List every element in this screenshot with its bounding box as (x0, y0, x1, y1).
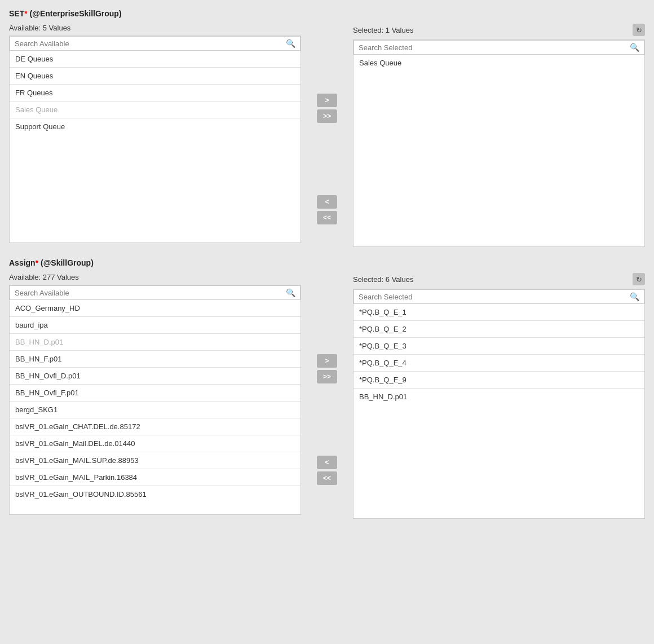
section1-back-button[interactable]: < (317, 195, 337, 209)
list-item[interactable]: *PQ.B_Q_E_9 (353, 372, 644, 389)
list-item[interactable]: BB_HN_Ovfl_D.p01 (10, 368, 301, 385)
section2-title: Assign* (@SkillGroup) (9, 258, 645, 267)
list-item[interactable]: FR Queues (10, 85, 301, 102)
section2-available-panel: 🔍 ACO_Germany_HDbaurd_ipaBB_HN_D.p01BB_H… (9, 285, 301, 515)
section1-selected-header: Selected: 1 Values ↻ (353, 24, 645, 36)
section2-back-button[interactable]: < (317, 456, 337, 469)
section2-forward-all-button[interactable]: >> (317, 370, 337, 383)
section1-param: (@EnterpriseSkillGroup) (30, 9, 122, 18)
section1-title: SET* (@EnterpriseSkillGroup) (9, 9, 645, 18)
section2-search-available-box[interactable]: 🔍 (10, 285, 301, 300)
section1-search-selected-icon: 🔍 (630, 43, 639, 52)
section1-transfer-buttons: > >> < << (310, 24, 344, 247)
section1-available-header: Available: 5 Values (9, 24, 301, 32)
section1-selected-wrapper: Selected: 1 Values ↻ 🔍 Sales Queue (353, 24, 645, 247)
section2-search-selected-icon: 🔍 (630, 292, 639, 301)
section2-row: Available: 277 Values 🔍 ACO_Germany_HDba… (9, 273, 645, 519)
list-item[interactable]: bslVR_01.eGain_CHAT.DEL.de.85172 (10, 418, 301, 435)
list-item[interactable]: BB_HN_D.p01 (353, 389, 644, 405)
list-item[interactable]: bergd_SKG1 (10, 402, 301, 418)
section1-available-list: DE QueuesEN QueuesFR QueuesSales QueueSu… (10, 51, 301, 242)
section2-search-selected-input[interactable] (359, 293, 630, 301)
section1-search-available-icon: 🔍 (286, 39, 295, 48)
section1-forward-all-button[interactable]: >> (317, 109, 337, 123)
section2-available-header: Available: 277 Values (9, 273, 301, 281)
section2-selected-panel: 🔍 *PQ.B_Q_E_1*PQ.B_Q_E_2*PQ.B_Q_E_3*PQ.B… (353, 289, 645, 519)
list-item[interactable]: bslVR_01.eGain_MAIL.SUP.de.88953 (10, 452, 301, 469)
list-item[interactable]: *PQ.B_Q_E_4 (353, 355, 644, 372)
list-item[interactable]: *PQ.B_Q_E_3 (353, 338, 644, 355)
list-item[interactable]: Sales Queue (353, 55, 644, 71)
section2-search-available-input[interactable] (15, 289, 286, 297)
section2-available-wrapper: Available: 277 Values 🔍 ACO_Germany_HDba… (9, 273, 301, 519)
list-item[interactable]: DE Queues (10, 51, 301, 68)
section2-title-text: Assign (9, 258, 36, 267)
list-item[interactable]: BB_HN_Ovfl_F.p01 (10, 385, 301, 402)
section2-search-selected-box[interactable]: 🔍 (353, 289, 644, 304)
section1-required: * (24, 9, 27, 18)
section2-search-available-icon: 🔍 (286, 288, 295, 297)
section2-transfer-buttons: > >> < << (310, 273, 344, 519)
section1-available-wrapper: Available: 5 Values 🔍 DE QueuesEN Queues… (9, 24, 301, 247)
list-item[interactable]: BB_HN_D.p01 (10, 334, 301, 351)
list-item[interactable]: bslVR_01.eGain_OUTBOUND.ID.85561 (10, 486, 301, 502)
section1-search-selected-input[interactable] (359, 43, 630, 52)
list-item[interactable]: bslVR_01.eGain_Mail.DEL.de.01440 (10, 435, 301, 452)
list-item[interactable]: ACO_Germany_HD (10, 300, 301, 317)
section1: SET* (@EnterpriseSkillGroup) Available: … (9, 9, 645, 247)
list-item[interactable]: baurd_ipa (10, 317, 301, 334)
section2-refresh-icon[interactable]: ↻ (633, 273, 645, 285)
section2-forward-button[interactable]: > (317, 354, 337, 368)
section1-selected-panel: 🔍 Sales Queue (353, 39, 645, 247)
list-item[interactable]: *PQ.B_Q_E_2 (353, 321, 644, 338)
list-item[interactable]: Sales Queue (10, 102, 301, 118)
section1-title-text: SET (9, 9, 24, 18)
section2-available-label: Available: 277 Values (9, 273, 79, 281)
list-item[interactable]: EN Queues (10, 68, 301, 85)
list-item[interactable]: Support Queue (10, 118, 301, 135)
section2-required: * (36, 258, 38, 267)
list-item[interactable]: BB_HN_F.p01 (10, 351, 301, 368)
section2-param: (@SkillGroup) (41, 258, 94, 267)
section1-refresh-icon[interactable]: ↻ (633, 24, 645, 36)
list-item[interactable]: bslVR_01.eGain_MAIL_Parkin.16384 (10, 469, 301, 486)
section1-selected-list: Sales Queue (353, 55, 644, 246)
section1-forward-button[interactable]: > (317, 94, 337, 107)
list-item[interactable]: *PQ.B_Q_E_1 (353, 304, 644, 321)
section1-search-available-box[interactable]: 🔍 (10, 36, 301, 51)
section1-available-label: Available: 5 Values (9, 24, 70, 32)
section2: Assign* (@SkillGroup) Available: 277 Val… (9, 258, 645, 519)
section1-available-panel: 🔍 DE QueuesEN QueuesFR QueuesSales Queue… (9, 36, 301, 243)
section1-search-available-input[interactable] (15, 39, 286, 48)
section2-available-list: ACO_Germany_HDbaurd_ipaBB_HN_D.p01BB_HN_… (10, 300, 301, 514)
section1-back-all-button[interactable]: << (317, 211, 337, 224)
section1-row: Available: 5 Values 🔍 DE QueuesEN Queues… (9, 24, 645, 247)
section2-back-all-button[interactable]: << (317, 471, 337, 485)
section2-selected-header: Selected: 6 Values ↻ (353, 273, 645, 285)
section1-selected-label: Selected: 1 Values (353, 26, 413, 34)
section1-search-selected-box[interactable]: 🔍 (353, 40, 644, 55)
section2-selected-label: Selected: 6 Values (353, 275, 413, 284)
section2-selected-list: *PQ.B_Q_E_1*PQ.B_Q_E_2*PQ.B_Q_E_3*PQ.B_Q… (353, 304, 644, 518)
section2-selected-wrapper: Selected: 6 Values ↻ 🔍 *PQ.B_Q_E_1*PQ.B_… (353, 273, 645, 519)
